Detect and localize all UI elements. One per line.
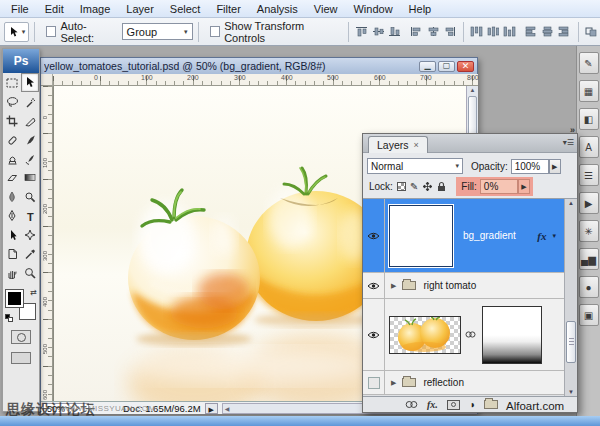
quick-mask-button[interactable] bbox=[11, 330, 31, 344]
move-tool-preset[interactable]: ▾ bbox=[4, 22, 29, 42]
scroll-down-icon[interactable]: ▼ bbox=[565, 389, 577, 395]
status-popup-button[interactable]: ▶ bbox=[205, 403, 218, 414]
layers-tab[interactable]: Layers × bbox=[368, 136, 428, 153]
auto-align-icon[interactable] bbox=[585, 26, 597, 37]
pen-tool[interactable] bbox=[3, 206, 21, 225]
align-horizontal-centers-icon[interactable] bbox=[427, 26, 439, 37]
type-tool[interactable]: T bbox=[21, 206, 39, 225]
notes-tool[interactable] bbox=[3, 244, 21, 263]
styles-panel-button[interactable]: ✳ bbox=[579, 220, 599, 242]
menu-file[interactable]: File bbox=[4, 2, 36, 16]
layer-effects-icon[interactable]: fx bbox=[537, 230, 546, 242]
expand-group-icon[interactable]: ▶ bbox=[391, 379, 396, 387]
layer-name[interactable]: bg_gradient bbox=[463, 230, 516, 241]
layer-row-bg-gradient[interactable]: bg_gradient fx ▾ bbox=[363, 199, 564, 273]
layer-row-tomato-image[interactable] bbox=[363, 299, 564, 371]
dodge-tool[interactable] bbox=[21, 187, 39, 206]
tool-presets-panel-button[interactable]: ▦ bbox=[579, 80, 599, 102]
align-vertical-centers-icon[interactable] bbox=[372, 26, 384, 37]
slice-tool[interactable] bbox=[21, 111, 39, 130]
move-tool[interactable] bbox=[21, 73, 39, 92]
layer-row-reflection[interactable]: ▶ reflection bbox=[363, 371, 564, 395]
add-layer-style-icon[interactable]: fx. bbox=[427, 399, 438, 410]
lock-pixels-icon[interactable]: ✎ bbox=[410, 181, 418, 192]
new-group-icon[interactable] bbox=[484, 400, 498, 409]
distribute-bottom-edges-icon[interactable] bbox=[503, 26, 515, 37]
layer-mask-thumbnail[interactable] bbox=[482, 306, 542, 364]
distribute-left-edges-icon[interactable] bbox=[525, 26, 537, 37]
expand-group-icon[interactable]: ▶ bbox=[391, 282, 396, 290]
document-title-bar[interactable]: yellow_tomatoes_tutorial.psd @ 50% (bg_g… bbox=[41, 58, 477, 74]
crop-tool[interactable] bbox=[3, 111, 21, 130]
layer-name[interactable]: reflection bbox=[423, 377, 464, 388]
align-top-edges-icon[interactable] bbox=[355, 26, 367, 37]
distribute-right-edges-icon[interactable] bbox=[558, 26, 570, 37]
blur-tool[interactable] bbox=[3, 187, 21, 206]
zoom-tool[interactable] bbox=[21, 263, 39, 282]
hand-tool[interactable] bbox=[3, 263, 21, 282]
layers-scrollbar[interactable]: ▲ ▼ bbox=[564, 199, 577, 396]
align-left-edges-icon[interactable] bbox=[410, 26, 422, 37]
menu-window[interactable]: Window bbox=[346, 2, 399, 16]
eraser-tool[interactable] bbox=[3, 168, 21, 187]
default-colors-icon[interactable] bbox=[5, 314, 14, 322]
panel-menu-icon[interactable]: ▾☰ bbox=[563, 138, 574, 147]
actions-panel-button[interactable]: ▶ bbox=[579, 192, 599, 214]
lock-all-icon[interactable] bbox=[437, 181, 446, 192]
menu-edit[interactable]: Edit bbox=[38, 2, 71, 16]
menu-select[interactable]: Select bbox=[163, 2, 208, 16]
rectangular-marquee-tool[interactable] bbox=[3, 73, 21, 92]
menu-layer[interactable]: Layer bbox=[119, 2, 161, 16]
fill-slider-button[interactable]: ▶ bbox=[518, 179, 530, 194]
layer-name[interactable]: right tomato bbox=[423, 280, 476, 291]
visibility-toggle[interactable] bbox=[363, 299, 385, 370]
close-button[interactable]: ✕ bbox=[457, 61, 474, 72]
histogram-panel-button[interactable]: ▄▆ bbox=[579, 248, 599, 270]
distribute-top-edges-icon[interactable] bbox=[470, 26, 482, 37]
opacity-value[interactable]: 100% bbox=[511, 159, 549, 174]
auto-select-dropdown[interactable]: Group ▾ bbox=[122, 23, 193, 40]
visibility-toggle[interactable] bbox=[363, 371, 385, 394]
info-panel-button[interactable]: ▣ bbox=[579, 304, 599, 326]
menu-view[interactable]: View bbox=[307, 2, 345, 16]
lock-transparency-icon[interactable] bbox=[397, 182, 406, 191]
lasso-tool[interactable] bbox=[3, 92, 21, 111]
layer-thumbnail[interactable] bbox=[389, 316, 461, 354]
paragraph-panel-button[interactable]: ☰ bbox=[579, 164, 599, 186]
auto-select-checkbox[interactable] bbox=[46, 26, 57, 37]
show-transform-checkbox[interactable] bbox=[210, 26, 221, 37]
swap-colors-icon[interactable]: ⇄ bbox=[30, 288, 37, 297]
link-mask-icon[interactable] bbox=[465, 330, 476, 339]
scroll-left-icon[interactable]: ◀ bbox=[225, 405, 230, 412]
blend-mode-dropdown[interactable]: Normal ▾ bbox=[367, 158, 463, 174]
screen-mode-button[interactable] bbox=[11, 352, 31, 364]
visibility-toggle[interactable] bbox=[363, 199, 385, 272]
fill-value[interactable]: 0% bbox=[480, 179, 518, 194]
brushes-panel-button[interactable]: ✎ bbox=[579, 52, 599, 74]
layer-comps-panel-button[interactable]: ◧ bbox=[579, 108, 599, 130]
path-selection-tool[interactable] bbox=[3, 225, 21, 244]
navigator-panel-button[interactable]: ● bbox=[579, 276, 599, 298]
custom-shape-tool[interactable] bbox=[21, 225, 39, 244]
history-brush-tool[interactable] bbox=[21, 149, 39, 168]
close-tab-icon[interactable]: × bbox=[414, 140, 419, 150]
character-panel-button[interactable]: A bbox=[579, 136, 599, 158]
opacity-slider-button[interactable]: ▶ bbox=[549, 159, 561, 174]
layers-scroll-thumb[interactable] bbox=[566, 321, 576, 363]
lock-position-icon[interactable] bbox=[422, 181, 433, 192]
menu-image[interactable]: Image bbox=[73, 2, 118, 16]
collapse-dock-icon[interactable]: » bbox=[570, 125, 574, 135]
visibility-toggle[interactable] bbox=[363, 273, 385, 298]
distribute-vertical-centers-icon[interactable] bbox=[487, 26, 499, 37]
align-right-edges-icon[interactable] bbox=[443, 26, 455, 37]
chevron-down-icon[interactable]: ▾ bbox=[552, 232, 556, 240]
eyedropper-tool[interactable] bbox=[21, 244, 39, 263]
gradient-tool[interactable] bbox=[21, 168, 39, 187]
brush-tool[interactable] bbox=[21, 130, 39, 149]
foreground-color-swatch[interactable] bbox=[6, 290, 23, 307]
align-bottom-edges-icon[interactable] bbox=[388, 26, 400, 37]
distribute-horizontal-centers-icon[interactable] bbox=[542, 26, 554, 37]
link-layers-icon[interactable] bbox=[405, 400, 418, 409]
scroll-up-icon[interactable]: ▲ bbox=[467, 86, 478, 95]
menu-filter[interactable]: Filter bbox=[209, 2, 247, 16]
